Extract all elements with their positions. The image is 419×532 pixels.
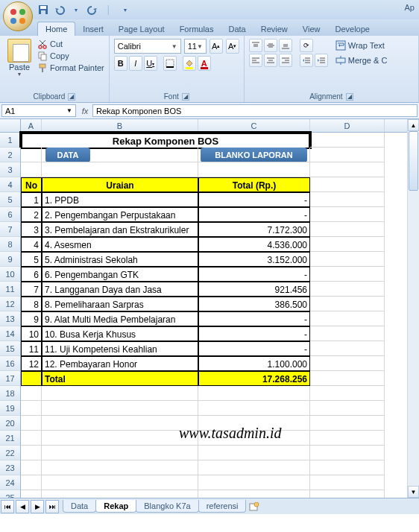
cell[interactable] — [310, 401, 385, 416]
sheet-tab-blangko-k7a[interactable]: Blangko K7a — [136, 500, 198, 513]
row-header[interactable]: 19 — [0, 401, 21, 416]
cell-total[interactable]: 921.456 — [198, 282, 310, 297]
undo-icon[interactable] — [54, 4, 66, 16]
format-painter-button[interactable]: Format Painter — [37, 63, 104, 73]
sheet-tab-referensi[interactable]: referensi — [198, 500, 247, 513]
cell-uraian[interactable]: 11. Uji Kompetensi Keahlian — [42, 341, 198, 356]
cell[interactable] — [21, 386, 42, 401]
cell-no[interactable]: 5 — [21, 252, 42, 267]
sheet-nav-prev[interactable]: ◀ — [16, 500, 29, 513]
cell-total[interactable]: - — [198, 267, 310, 282]
cell-total[interactable]: 7.172.300 — [198, 222, 310, 237]
cell[interactable] — [310, 446, 385, 460]
cell[interactable] — [310, 267, 385, 282]
cell-uraian[interactable]: 5. Administrasi Sekolah — [42, 252, 198, 267]
redo-icon[interactable] — [86, 4, 98, 16]
scroll-down-button[interactable]: ▼ — [408, 486, 419, 498]
cell[interactable] — [42, 386, 198, 401]
row-header[interactable]: 11 — [0, 282, 21, 297]
cell[interactable] — [310, 460, 385, 475]
col-header-c[interactable]: C — [198, 119, 310, 132]
italic-button[interactable]: I — [129, 56, 142, 71]
row-header[interactable]: 13 — [0, 311, 21, 326]
row-header[interactable]: 18 — [0, 386, 21, 401]
wrap-text-button[interactable]: Wrap Text — [333, 39, 391, 52]
cell[interactable] — [310, 192, 385, 207]
align-left-button[interactable] — [249, 54, 262, 67]
font-color-button[interactable]: A — [198, 56, 211, 71]
cell-no[interactable]: 12 — [21, 356, 42, 371]
cell-total[interactable]: 1.100.000 — [198, 356, 310, 371]
total-value[interactable]: 17.268.256 — [198, 371, 310, 386]
qat-dropdown-icon[interactable]: ▼ — [70, 4, 82, 16]
cell-uraian[interactable]: 2. Pengembangan Perpustakaan — [42, 207, 198, 222]
vertical-scrollbar[interactable]: ▲ ▼ — [407, 119, 419, 498]
border-button[interactable] — [163, 56, 177, 71]
header-total[interactable]: Total (Rp.) — [198, 177, 310, 192]
row-header[interactable]: 6 — [0, 207, 21, 222]
cell[interactable] — [21, 431, 42, 446]
align-center-button[interactable] — [264, 54, 277, 67]
tab-view[interactable]: View — [295, 22, 328, 36]
cell[interactable] — [21, 401, 42, 416]
row-header[interactable]: 1 — [0, 133, 21, 148]
tab-data[interactable]: Data — [221, 22, 253, 36]
cell[interactable] — [310, 356, 385, 371]
row-header[interactable]: 12 — [0, 297, 21, 311]
cell-total[interactable]: - — [198, 311, 310, 326]
header-no[interactable]: No — [21, 177, 42, 192]
cell[interactable] — [21, 148, 42, 162]
new-sheet-button[interactable] — [248, 501, 260, 512]
tab-developer[interactable]: Develope — [327, 22, 377, 36]
cell-total[interactable]: - — [198, 341, 310, 356]
row-header[interactable]: 24 — [0, 475, 21, 490]
underline-button[interactable]: U▾ — [144, 56, 157, 71]
row-header[interactable]: 21 — [0, 431, 21, 446]
cell-total[interactable]: - — [198, 207, 310, 222]
row-header[interactable]: 20 — [0, 416, 21, 431]
cell[interactable] — [310, 252, 385, 267]
shrink-font-button[interactable]: A▾ — [226, 39, 239, 54]
cell[interactable] — [42, 401, 198, 416]
cell-total[interactable]: - — [198, 192, 310, 207]
cell-no[interactable]: 8 — [21, 297, 42, 311]
font-name-combo[interactable]: Calibri▼ — [114, 39, 181, 54]
row-header[interactable]: 14 — [0, 326, 21, 341]
cell[interactable] — [310, 237, 385, 252]
orientation-button[interactable]: ⟳ — [300, 39, 313, 52]
cell[interactable] — [21, 475, 42, 490]
cell-no[interactable]: 2 — [21, 207, 42, 222]
cell[interactable] — [310, 311, 385, 326]
qat-more-icon[interactable]: ▼ — [119, 4, 131, 16]
font-size-combo[interactable]: 11▼ — [184, 39, 207, 54]
row-header[interactable]: 7 — [0, 222, 21, 237]
cell[interactable] — [21, 371, 42, 386]
cell-uraian[interactable]: 3. Pembelajaran dan Ekstrakurikuler — [42, 222, 198, 237]
total-label[interactable]: Total — [42, 371, 198, 386]
row-header[interactable]: 5 — [0, 192, 21, 207]
cell[interactable] — [21, 460, 42, 475]
decrease-indent-button[interactable] — [300, 54, 313, 67]
cell[interactable] — [310, 341, 385, 356]
cell[interactable] — [42, 431, 198, 446]
fx-icon[interactable]: fx — [78, 103, 92, 118]
cut-button[interactable]: Cut — [37, 39, 104, 49]
office-button[interactable] — [3, 1, 33, 31]
select-all-corner[interactable] — [0, 119, 21, 132]
align-bottom-button[interactable] — [279, 39, 292, 52]
scroll-thumb[interactable] — [409, 131, 418, 191]
cell[interactable] — [310, 177, 385, 192]
save-icon[interactable] — [37, 4, 49, 16]
worksheet-grid[interactable]: A B C D 1Rekap Komponen BOS2DATABLANKO L… — [0, 119, 419, 514]
tab-insert[interactable]: Insert — [75, 22, 111, 36]
clipboard-launcher-icon[interactable]: ◢ — [68, 93, 75, 101]
bold-button[interactable]: B — [114, 56, 127, 71]
cell[interactable] — [42, 460, 198, 475]
sheet-nav-last[interactable]: ⏭ — [45, 500, 59, 513]
row-header[interactable]: 3 — [0, 162, 21, 177]
title-cell[interactable]: Rekap Komponen BOS — [21, 133, 310, 148]
cell-total[interactable]: - — [198, 326, 310, 341]
cell-uraian[interactable]: 6. Pengembangan GTK — [42, 267, 198, 282]
formula-input[interactable]: Rekap Komponen BOS — [92, 104, 418, 117]
cell-uraian[interactable]: 1. PPDB — [42, 192, 198, 207]
